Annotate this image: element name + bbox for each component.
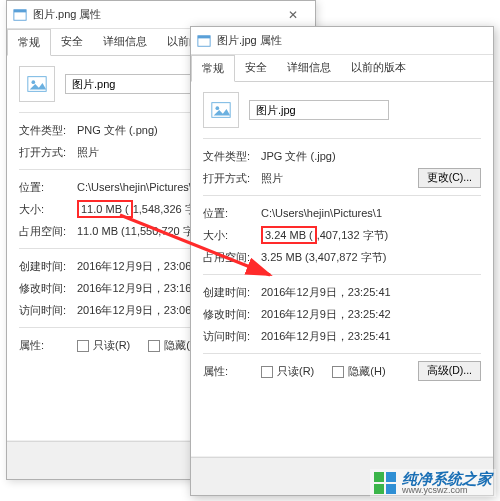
readonly-checkbox[interactable]: 只读(R) (77, 338, 130, 353)
filename-input[interactable] (249, 100, 389, 120)
created-value: 2016年12月9日，23:25:41 (261, 285, 481, 300)
modified-value: 2016年12月9日，23:25:42 (261, 307, 481, 322)
advanced-button[interactable]: 高级(D)... (418, 361, 481, 381)
attributes-label: 属性: (19, 338, 77, 353)
tab-previous[interactable]: 以前的版本 (341, 55, 416, 81)
file-type-icon (203, 92, 239, 128)
filetype-label: 文件类型: (19, 123, 77, 138)
accessed-label: 访问时间: (19, 303, 77, 318)
location-value: C:\Users\hejin\Pictures\1 (261, 207, 481, 219)
tab-security[interactable]: 安全 (51, 29, 93, 55)
file-type-icon (19, 66, 55, 102)
created-label: 创建时间: (19, 259, 77, 274)
created-label: 创建时间: (203, 285, 261, 300)
openwith-value: 照片 (261, 171, 418, 186)
filetype-value: JPG 文件 (.jpg) (261, 149, 481, 164)
accessed-value: 2016年12月9日，23:25:41 (261, 329, 481, 344)
window-icon (13, 8, 27, 22)
size-label: 大小: (203, 228, 261, 243)
size-highlight: 3.24 MB ( (261, 226, 317, 244)
watermark-logo-icon (374, 472, 396, 494)
sizeondisk-label: 占用空间: (203, 250, 261, 265)
tab-general[interactable]: 常规 (7, 29, 51, 56)
modified-label: 修改时间: (203, 307, 261, 322)
tab-details[interactable]: 详细信息 (277, 55, 341, 81)
watermark: 纯净系统之家 www.ycswz.com (370, 469, 496, 497)
location-label: 位置: (203, 206, 261, 221)
titlebar[interactable]: 图片.png 属性 ✕ (7, 1, 315, 29)
size-label: 大小: (19, 202, 77, 217)
svg-point-7 (216, 106, 220, 110)
close-icon[interactable]: ✕ (277, 5, 309, 25)
svg-rect-5 (198, 35, 210, 38)
modified-label: 修改时间: (19, 281, 77, 296)
tab-content: 文件类型:JPG 文件 (.jpg) 打开方式:照片更改(C)... 位置:C:… (191, 82, 493, 456)
size-highlight: 11.0 MB ( (77, 200, 133, 218)
attributes-label: 属性: (203, 364, 261, 379)
readonly-checkbox[interactable]: 只读(R) (261, 364, 314, 379)
hidden-checkbox[interactable]: 隐藏(H) (332, 364, 385, 379)
watermark-url: www.ycswz.com (402, 486, 492, 495)
accessed-label: 访问时间: (203, 329, 261, 344)
window-title: 图片.jpg 属性 (217, 33, 487, 48)
tab-general[interactable]: 常规 (191, 55, 235, 82)
change-button[interactable]: 更改(C)... (418, 168, 481, 188)
svg-point-3 (32, 80, 36, 84)
tab-strip: 常规 安全 详细信息 以前的版本 (191, 55, 493, 82)
svg-rect-1 (14, 9, 26, 12)
window-title: 图片.png 属性 (33, 7, 277, 22)
sizeondisk-value: 3.25 MB (3,407,872 字节) (261, 250, 481, 265)
window-icon (197, 34, 211, 48)
properties-dialog-jpg: 图片.jpg 属性 常规 安全 详细信息 以前的版本 文件类型:JPG 文件 (… (190, 26, 494, 496)
watermark-name: 纯净系统之家 (402, 471, 492, 486)
filename-input[interactable] (65, 74, 205, 94)
tab-security[interactable]: 安全 (235, 55, 277, 81)
sizeondisk-label: 占用空间: (19, 224, 77, 239)
tab-details[interactable]: 详细信息 (93, 29, 157, 55)
location-label: 位置: (19, 180, 77, 195)
openwith-label: 打开方式: (19, 145, 77, 160)
openwith-label: 打开方式: (203, 171, 261, 186)
filetype-label: 文件类型: (203, 149, 261, 164)
size-value: 3.24 MB (,407,132 字节) (261, 226, 481, 244)
titlebar[interactable]: 图片.jpg 属性 (191, 27, 493, 55)
